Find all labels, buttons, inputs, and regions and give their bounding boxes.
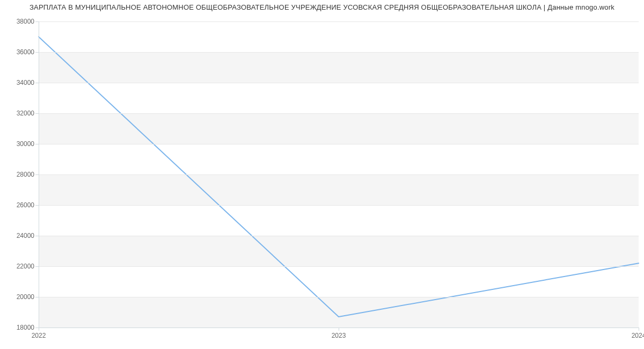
y-gridline [39,297,639,297]
y-tick-label: 32000 [17,110,39,117]
y-tick-label: 28000 [17,171,39,178]
y-tick-label: 38000 [17,18,39,25]
y-gridline [39,266,639,267]
chart-title: ЗАРПЛАТА В МУНИЦИПАЛЬНОЕ АВТОНОМНОЕ ОБЩЕ… [0,3,644,11]
y-tick-label: 30000 [17,140,39,148]
chart-container: ЗАРПЛАТА В МУНИЦИПАЛЬНОЕ АВТОНОМНОЕ ОБЩЕ… [0,0,644,349]
y-tick-label: 36000 [17,48,39,56]
series-path [39,37,639,317]
y-gridline [39,83,639,83]
y-gridline [39,21,639,22]
y-gridline [39,174,639,175]
y-gridline [39,205,639,206]
y-tick-label: 24000 [17,232,39,239]
x-tick-label: 2024 [632,328,644,339]
y-tick-label: 34000 [17,79,39,86]
x-axis-line [39,328,639,328]
y-gridline [39,144,639,144]
y-gridline [39,236,639,236]
y-axis-line [39,21,39,328]
x-tick-label: 2023 [332,328,346,339]
y-gridline [39,113,639,114]
x-tick-label: 2022 [32,328,46,339]
y-gridline [39,52,639,53]
y-tick-label: 26000 [17,201,39,209]
y-tick-label: 20000 [17,293,39,301]
plot-area: 1800020000220002400026000280003000032000… [39,21,639,328]
y-tick-label: 22000 [17,263,39,270]
